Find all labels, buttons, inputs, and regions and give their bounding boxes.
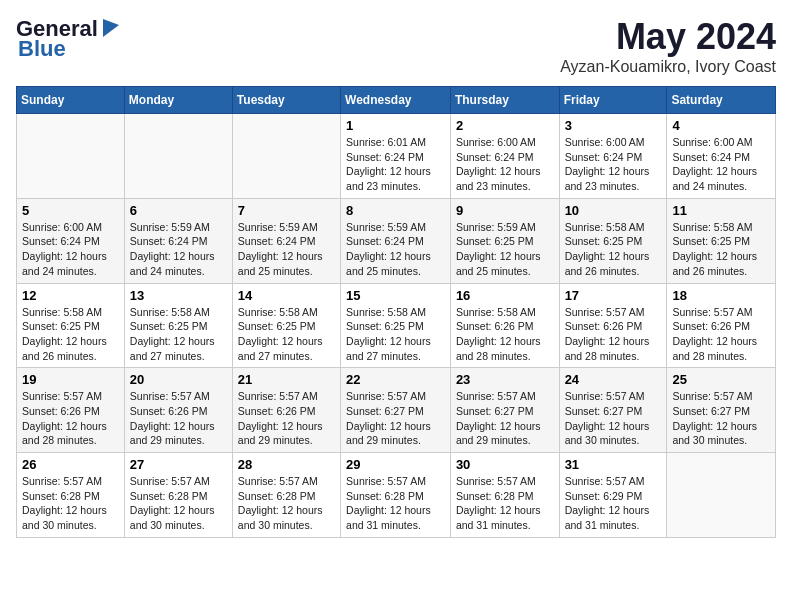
day-info: Sunrise: 6:00 AM Sunset: 6:24 PM Dayligh… bbox=[672, 135, 770, 194]
calendar-cell: 18Sunrise: 5:57 AM Sunset: 6:26 PM Dayli… bbox=[667, 283, 776, 368]
day-number: 30 bbox=[456, 457, 554, 472]
calendar-cell: 4Sunrise: 6:00 AM Sunset: 6:24 PM Daylig… bbox=[667, 114, 776, 199]
calendar-day-header: Friday bbox=[559, 87, 667, 114]
day-info: Sunrise: 5:58 AM Sunset: 6:25 PM Dayligh… bbox=[238, 305, 335, 364]
calendar-cell: 21Sunrise: 5:57 AM Sunset: 6:26 PM Dayli… bbox=[232, 368, 340, 453]
logo: General Blue bbox=[16, 16, 121, 62]
day-info: Sunrise: 5:57 AM Sunset: 6:27 PM Dayligh… bbox=[672, 389, 770, 448]
calendar-cell: 30Sunrise: 5:57 AM Sunset: 6:28 PM Dayli… bbox=[450, 453, 559, 538]
day-info: Sunrise: 5:57 AM Sunset: 6:29 PM Dayligh… bbox=[565, 474, 662, 533]
day-info: Sunrise: 6:00 AM Sunset: 6:24 PM Dayligh… bbox=[565, 135, 662, 194]
day-number: 18 bbox=[672, 288, 770, 303]
title-block: May 2024 Ayzan-Kouamikro, Ivory Coast bbox=[560, 16, 776, 76]
calendar-cell: 15Sunrise: 5:58 AM Sunset: 6:25 PM Dayli… bbox=[341, 283, 451, 368]
day-number: 26 bbox=[22, 457, 119, 472]
day-number: 20 bbox=[130, 372, 227, 387]
day-info: Sunrise: 5:57 AM Sunset: 6:26 PM Dayligh… bbox=[565, 305, 662, 364]
day-number: 23 bbox=[456, 372, 554, 387]
calendar-cell: 16Sunrise: 5:58 AM Sunset: 6:26 PM Dayli… bbox=[450, 283, 559, 368]
day-info: Sunrise: 5:57 AM Sunset: 6:28 PM Dayligh… bbox=[130, 474, 227, 533]
calendar-day-header: Saturday bbox=[667, 87, 776, 114]
calendar-week-row: 19Sunrise: 5:57 AM Sunset: 6:26 PM Dayli… bbox=[17, 368, 776, 453]
calendar-cell bbox=[232, 114, 340, 199]
calendar-header-row: SundayMondayTuesdayWednesdayThursdayFrid… bbox=[17, 87, 776, 114]
day-number: 12 bbox=[22, 288, 119, 303]
calendar-cell: 27Sunrise: 5:57 AM Sunset: 6:28 PM Dayli… bbox=[124, 453, 232, 538]
day-info: Sunrise: 5:58 AM Sunset: 6:26 PM Dayligh… bbox=[456, 305, 554, 364]
day-info: Sunrise: 6:01 AM Sunset: 6:24 PM Dayligh… bbox=[346, 135, 445, 194]
day-info: Sunrise: 5:57 AM Sunset: 6:27 PM Dayligh… bbox=[565, 389, 662, 448]
calendar-cell: 28Sunrise: 5:57 AM Sunset: 6:28 PM Dayli… bbox=[232, 453, 340, 538]
calendar-table: SundayMondayTuesdayWednesdayThursdayFrid… bbox=[16, 86, 776, 538]
calendar-cell: 29Sunrise: 5:57 AM Sunset: 6:28 PM Dayli… bbox=[341, 453, 451, 538]
day-number: 13 bbox=[130, 288, 227, 303]
day-info: Sunrise: 5:58 AM Sunset: 6:25 PM Dayligh… bbox=[672, 220, 770, 279]
day-number: 11 bbox=[672, 203, 770, 218]
calendar-cell: 2Sunrise: 6:00 AM Sunset: 6:24 PM Daylig… bbox=[450, 114, 559, 199]
calendar-cell: 14Sunrise: 5:58 AM Sunset: 6:25 PM Dayli… bbox=[232, 283, 340, 368]
day-number: 28 bbox=[238, 457, 335, 472]
day-info: Sunrise: 5:58 AM Sunset: 6:25 PM Dayligh… bbox=[22, 305, 119, 364]
day-number: 2 bbox=[456, 118, 554, 133]
calendar-cell: 17Sunrise: 5:57 AM Sunset: 6:26 PM Dayli… bbox=[559, 283, 667, 368]
day-number: 24 bbox=[565, 372, 662, 387]
day-number: 7 bbox=[238, 203, 335, 218]
day-number: 3 bbox=[565, 118, 662, 133]
calendar-day-header: Monday bbox=[124, 87, 232, 114]
day-info: Sunrise: 5:57 AM Sunset: 6:27 PM Dayligh… bbox=[456, 389, 554, 448]
day-info: Sunrise: 5:57 AM Sunset: 6:26 PM Dayligh… bbox=[130, 389, 227, 448]
day-info: Sunrise: 5:57 AM Sunset: 6:26 PM Dayligh… bbox=[22, 389, 119, 448]
logo-blue-text: Blue bbox=[18, 36, 66, 62]
calendar-day-header: Sunday bbox=[17, 87, 125, 114]
day-number: 21 bbox=[238, 372, 335, 387]
day-info: Sunrise: 5:59 AM Sunset: 6:24 PM Dayligh… bbox=[238, 220, 335, 279]
calendar-week-row: 1Sunrise: 6:01 AM Sunset: 6:24 PM Daylig… bbox=[17, 114, 776, 199]
day-number: 31 bbox=[565, 457, 662, 472]
calendar-cell: 3Sunrise: 6:00 AM Sunset: 6:24 PM Daylig… bbox=[559, 114, 667, 199]
day-number: 5 bbox=[22, 203, 119, 218]
calendar-cell: 5Sunrise: 6:00 AM Sunset: 6:24 PM Daylig… bbox=[17, 198, 125, 283]
calendar-cell: 13Sunrise: 5:58 AM Sunset: 6:25 PM Dayli… bbox=[124, 283, 232, 368]
calendar-week-row: 12Sunrise: 5:58 AM Sunset: 6:25 PM Dayli… bbox=[17, 283, 776, 368]
day-number: 14 bbox=[238, 288, 335, 303]
day-info: Sunrise: 6:00 AM Sunset: 6:24 PM Dayligh… bbox=[22, 220, 119, 279]
day-number: 1 bbox=[346, 118, 445, 133]
day-number: 22 bbox=[346, 372, 445, 387]
day-number: 19 bbox=[22, 372, 119, 387]
page-subtitle: Ayzan-Kouamikro, Ivory Coast bbox=[560, 58, 776, 76]
day-info: Sunrise: 5:58 AM Sunset: 6:25 PM Dayligh… bbox=[130, 305, 227, 364]
page-header: General Blue May 2024 Ayzan-Kouamikro, I… bbox=[16, 16, 776, 76]
calendar-cell: 7Sunrise: 5:59 AM Sunset: 6:24 PM Daylig… bbox=[232, 198, 340, 283]
day-info: Sunrise: 5:59 AM Sunset: 6:24 PM Dayligh… bbox=[130, 220, 227, 279]
calendar-cell: 23Sunrise: 5:57 AM Sunset: 6:27 PM Dayli… bbox=[450, 368, 559, 453]
calendar-cell: 10Sunrise: 5:58 AM Sunset: 6:25 PM Dayli… bbox=[559, 198, 667, 283]
calendar-cell: 12Sunrise: 5:58 AM Sunset: 6:25 PM Dayli… bbox=[17, 283, 125, 368]
calendar-day-header: Wednesday bbox=[341, 87, 451, 114]
day-number: 17 bbox=[565, 288, 662, 303]
calendar-cell: 1Sunrise: 6:01 AM Sunset: 6:24 PM Daylig… bbox=[341, 114, 451, 199]
day-number: 9 bbox=[456, 203, 554, 218]
logo-arrow-icon bbox=[99, 17, 121, 39]
day-number: 15 bbox=[346, 288, 445, 303]
day-number: 16 bbox=[456, 288, 554, 303]
calendar-cell: 24Sunrise: 5:57 AM Sunset: 6:27 PM Dayli… bbox=[559, 368, 667, 453]
calendar-week-row: 5Sunrise: 6:00 AM Sunset: 6:24 PM Daylig… bbox=[17, 198, 776, 283]
calendar-cell: 25Sunrise: 5:57 AM Sunset: 6:27 PM Dayli… bbox=[667, 368, 776, 453]
calendar-cell: 8Sunrise: 5:59 AM Sunset: 6:24 PM Daylig… bbox=[341, 198, 451, 283]
day-info: Sunrise: 6:00 AM Sunset: 6:24 PM Dayligh… bbox=[456, 135, 554, 194]
svg-marker-0 bbox=[103, 19, 119, 37]
day-number: 4 bbox=[672, 118, 770, 133]
day-info: Sunrise: 5:58 AM Sunset: 6:25 PM Dayligh… bbox=[346, 305, 445, 364]
calendar-cell: 11Sunrise: 5:58 AM Sunset: 6:25 PM Dayli… bbox=[667, 198, 776, 283]
calendar-day-header: Tuesday bbox=[232, 87, 340, 114]
day-number: 8 bbox=[346, 203, 445, 218]
calendar-cell bbox=[17, 114, 125, 199]
day-info: Sunrise: 5:57 AM Sunset: 6:26 PM Dayligh… bbox=[672, 305, 770, 364]
day-number: 25 bbox=[672, 372, 770, 387]
day-number: 6 bbox=[130, 203, 227, 218]
calendar-week-row: 26Sunrise: 5:57 AM Sunset: 6:28 PM Dayli… bbox=[17, 453, 776, 538]
day-number: 27 bbox=[130, 457, 227, 472]
day-info: Sunrise: 5:59 AM Sunset: 6:24 PM Dayligh… bbox=[346, 220, 445, 279]
day-number: 10 bbox=[565, 203, 662, 218]
calendar-cell: 20Sunrise: 5:57 AM Sunset: 6:26 PM Dayli… bbox=[124, 368, 232, 453]
